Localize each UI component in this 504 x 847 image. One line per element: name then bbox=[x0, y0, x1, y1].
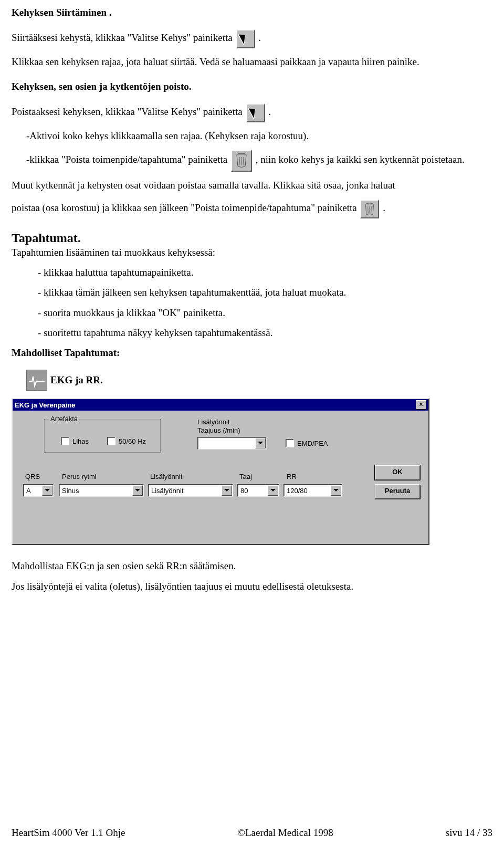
chevron-down-icon[interactable] bbox=[331, 485, 341, 496]
paragraph: Tapahtumien lisääminen tai muokkaus kehy… bbox=[12, 246, 492, 259]
list-item: - klikkaa tämän jälkeen sen kehyksen tap… bbox=[38, 286, 492, 299]
text: . bbox=[383, 202, 385, 213]
label-lisalyonnit-top: Lisälyönnit bbox=[197, 418, 229, 426]
checkbox-50-60hz[interactable]: 50/60 Hz bbox=[107, 437, 146, 445]
cursor-arrow-icon bbox=[246, 103, 265, 122]
heading-kehyksen-siirtaminen: Kehyksen Siirtäminen . bbox=[12, 6, 492, 19]
chevron-down-icon[interactable] bbox=[132, 485, 143, 496]
text: Poistaaksesi kehyksen, klikkaa "Valitse … bbox=[12, 106, 245, 117]
combo-taaj[interactable]: 80 bbox=[237, 484, 279, 497]
checkbox-icon[interactable] bbox=[107, 437, 116, 445]
label-qrs: QRS bbox=[25, 473, 40, 480]
paragraph: Poistaaksesi kehyksen, klikkaa "Valitse … bbox=[12, 103, 492, 122]
list-item: - suoritettu tapahtuma näkyy kehyksen ta… bbox=[38, 327, 492, 339]
text: . bbox=[258, 33, 261, 44]
heading-tapahtumat: Tapahtumat. bbox=[12, 231, 492, 245]
paragraph: -Aktivoi koko kehys klikkaamalla sen raj… bbox=[26, 130, 492, 142]
combo-value: Sinus bbox=[59, 487, 132, 495]
combo-qrs[interactable]: A bbox=[23, 484, 54, 497]
combo-value: 120/80 bbox=[284, 487, 330, 495]
text: Siirtääksesi kehystä, klikkaa "Valitse K… bbox=[12, 33, 235, 44]
combo-value: Lisälyönnit bbox=[149, 487, 221, 495]
checkbox-lihas[interactable]: Lihas bbox=[61, 437, 89, 445]
combo-lisalyonnit-top[interactable] bbox=[197, 437, 267, 449]
cancel-button[interactable]: Peruuta bbox=[375, 484, 420, 499]
label-taajuus-top: Taajuus (/min) bbox=[197, 426, 240, 434]
checkbox-label: 50/60 Hz bbox=[119, 437, 146, 445]
list-item: - suorita muokkaus ja klikkaa "OK" paini… bbox=[38, 307, 492, 319]
footer-right: sivu 14 / 33 bbox=[446, 827, 492, 839]
dialog-title: EKG ja Verenpaine bbox=[15, 401, 76, 409]
close-icon[interactable]: × bbox=[416, 400, 426, 410]
text: , niin koko kehys ja kaikki sen kytkennä… bbox=[256, 154, 465, 165]
titlebar: EKG ja Verenpaine × bbox=[13, 399, 428, 411]
chevron-down-icon[interactable] bbox=[222, 485, 232, 496]
chevron-down-icon[interactable] bbox=[268, 485, 278, 496]
chevron-down-icon[interactable] bbox=[42, 485, 52, 496]
paragraph: poistaa (osa korostuu) ja klikkaa sen jä… bbox=[12, 200, 492, 218]
text: -klikkaa "Poista toimenpide/tapahtuma" p… bbox=[26, 154, 230, 165]
combo-perus-rytmi[interactable]: Sinus bbox=[59, 484, 144, 497]
footer-left: HeartSim 4000 Ver 1.1 Ohje bbox=[12, 827, 125, 839]
label-lisalyonnit: Lisälyönnit bbox=[150, 473, 182, 480]
checkbox-emd-pea[interactable]: EMD/PEA bbox=[286, 439, 328, 447]
page-footer: HeartSim 4000 Ver 1.1 Ohje ©Laerdal Medi… bbox=[12, 827, 492, 839]
combo-value: A bbox=[24, 487, 41, 495]
label-rr: RR bbox=[287, 473, 297, 480]
ekg-icon bbox=[26, 370, 47, 391]
chevron-down-icon[interactable] bbox=[255, 438, 266, 448]
combo-value: 80 bbox=[238, 487, 267, 495]
list-item: - klikkaa haluttua tapahtumapainiketta. bbox=[38, 266, 492, 279]
dialog-ekg-verenpaine: EKG ja Verenpaine × Artefakta Lihas 50/6… bbox=[12, 398, 429, 545]
paragraph: -klikkaa "Poista toimenpide/tapahtuma" p… bbox=[26, 150, 492, 172]
checkbox-label: Lihas bbox=[72, 437, 89, 445]
checkbox-icon[interactable] bbox=[61, 437, 69, 445]
paragraph: Siirtääksesi kehystä, klikkaa "Valitse K… bbox=[12, 29, 492, 48]
combo-lisalyonnit[interactable]: Lisälyönnit bbox=[148, 484, 233, 497]
heading-ekg-rr: EKG ja RR. bbox=[50, 374, 103, 386]
trash-icon bbox=[360, 200, 379, 218]
footer-center: ©Laerdal Medical 1998 bbox=[238, 827, 333, 839]
ok-button[interactable]: OK bbox=[375, 465, 420, 480]
label-perus-rytmi: Perus rytmi bbox=[62, 473, 97, 480]
paragraph: Muut kytkennät ja kehysten osat voidaan … bbox=[12, 179, 492, 192]
trash-icon bbox=[231, 150, 252, 172]
cursor-arrow-icon bbox=[236, 29, 255, 48]
checkbox-label: EMD/PEA bbox=[297, 440, 328, 447]
label-taaj: Taaj bbox=[239, 473, 252, 480]
text: poistaa (osa korostuu) ja klikkaa sen jä… bbox=[12, 202, 359, 213]
checkbox-icon[interactable] bbox=[286, 439, 294, 447]
heading-mahdolliset-tapahtumat: Mahdolliset Tapahtumat: bbox=[12, 347, 492, 359]
paragraph: Mahdollistaa EKG:n ja sen osien sekä RR:… bbox=[12, 560, 492, 572]
combo-rr[interactable]: 120/80 bbox=[284, 484, 342, 497]
text: . bbox=[268, 106, 271, 117]
groupbox-label: Artefakta bbox=[49, 415, 79, 423]
paragraph: Klikkaa sen kehyksen rajaa, jota haluat … bbox=[12, 56, 492, 68]
heading-kehyksen-poisto: Kehyksen, sen osien ja kytkentöjen poist… bbox=[12, 80, 492, 93]
groupbox-artefakta: Artefakta bbox=[44, 419, 161, 453]
paragraph: Jos lisälyöntejä ei valita (oletus), lis… bbox=[12, 580, 492, 593]
